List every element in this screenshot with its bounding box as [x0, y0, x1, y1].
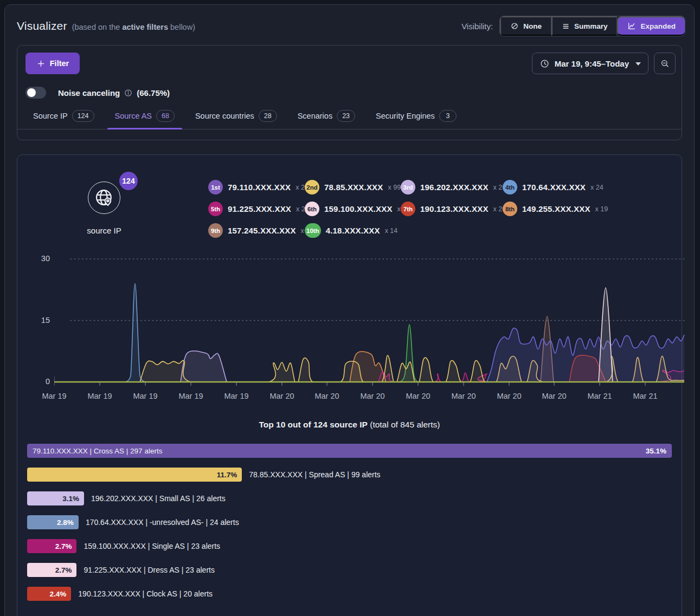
globe-pin-icon	[88, 181, 120, 214]
legend-item-149-255-xxx-xxx[interactable]: 8th149.255.XXX.XXXx 19	[503, 202, 608, 216]
filter-panel: Filter Mar 19, 9:45–Today Noise cancelin…	[17, 45, 682, 140]
visibility-summary-button[interactable]: Summary	[551, 16, 618, 36]
legend-ip: 79.110.XXX.XXX	[228, 183, 291, 192]
legend-times: x 99	[388, 184, 401, 191]
bar-percentage: 11.7%	[217, 471, 237, 479]
x-axis-label: Mar 20	[308, 392, 346, 400]
rank-badge: 6th	[305, 202, 319, 216]
tab-scenarios[interactable]: Scenarios23	[298, 110, 355, 129]
tab-count-badge: 28	[259, 110, 277, 122]
line-chart-svg	[54, 254, 685, 390]
tab-count-badge: 3	[439, 110, 457, 122]
percentage-bar: 11.7%	[27, 468, 242, 482]
legend-item-157-245-xxx-xxx[interactable]: 9th157.245.XXX.XXXx 16	[208, 223, 305, 238]
top10-section: Top 10 out of 124 source IP (total of 84…	[34, 420, 665, 601]
page-subtitle: (based on the active filters bellow)	[72, 23, 195, 31]
noise-canceling-toggle[interactable]	[25, 87, 46, 99]
noise-canceling-value: (66.75%)	[137, 88, 170, 98]
x-axis-label: Mar 21	[626, 392, 664, 400]
x-axis-label: Mar 20	[263, 392, 301, 400]
legend-times: x 24	[590, 184, 603, 191]
y-axis-label: 30	[34, 254, 50, 263]
plus-icon	[36, 59, 46, 68]
legend-times: x 14	[385, 227, 398, 235]
bar-label: 79.110.XXX.XXX | Cross AS | 297 alerts	[33, 447, 162, 455]
top-ip-legend: 1st79.110.XXX.XXXx 2972nd78.85.XXX.XXXx …	[208, 180, 608, 238]
filter-tabs: Source IP124Source AS68Source countries2…	[17, 110, 682, 129]
bar-label: 159.100.XXX.XXX | Single AS | 23 alerts	[84, 542, 220, 550]
rank-badge: 10th	[305, 223, 321, 238]
top10-row-190-123-xxx-xxx: 2.4%190.123.XXX.XXX | Clock AS | 20 aler…	[27, 587, 672, 601]
rank-badge: 9th	[208, 223, 223, 238]
legend-item-4-18-xxx-xxx[interactable]: 10th4.18.XXX.XXXx 14	[305, 223, 401, 238]
visibility-label: Visibility:	[461, 22, 493, 31]
add-filter-button[interactable]: Filter	[25, 53, 80, 74]
x-axis-label: Mar 19	[172, 392, 210, 400]
visualizer-panel: Visualizer (based on the active filters …	[4, 4, 695, 616]
top10-row-159-100-xxx-xxx: 2.7%159.100.XXX.XXX | Single AS | 23 ale…	[27, 539, 672, 553]
legend-ip: 78.85.XXX.XXX	[324, 183, 383, 192]
magnifier-minus-icon	[660, 59, 670, 69]
bar-label: 170.64.XXX.XXX | -unresolved AS- | 24 al…	[86, 518, 239, 527]
bar-percentage: 2.4%	[50, 590, 67, 598]
tab-source-countries[interactable]: Source countries28	[195, 110, 277, 129]
top10-row-79-110-xxx-xxx: 79.110.XXX.XXX | Cross AS | 297 alerts35…	[27, 444, 672, 458]
legend-item-196-202-xxx-xxx[interactable]: 3rd196.202.XXX.XXXx 26	[401, 180, 503, 194]
x-axis-label: Mar 19	[35, 392, 73, 400]
legend-ip: 159.100.XXX.XXX	[324, 204, 393, 213]
legend-ip: 91.225.XXX.XXX	[228, 204, 291, 213]
page-title: Visualizer	[17, 20, 67, 33]
rank-badge: 8th	[503, 202, 517, 216]
rank-badge: 7th	[401, 202, 415, 216]
tab-count-badge: 23	[337, 110, 355, 122]
legend-item-79-110-xxx-xxx[interactable]: 1st79.110.XXX.XXXx 297	[208, 180, 305, 194]
top10-row-78-85-xxx-xxx: 11.7%78.85.XXX.XXX | Spread AS | 99 aler…	[27, 468, 672, 482]
info-icon[interactable]	[124, 88, 133, 98]
date-range-picker[interactable]: Mar 19, 9:45–Today	[532, 53, 648, 74]
legend-item-159-100-xxx-xxx[interactable]: 6th159.100.XXX.XXXx 23	[305, 202, 401, 216]
bar-label: 91.225.XXX.XXX | Dress AS | 23 alerts	[84, 566, 215, 574]
tab-label: Scenarios	[298, 112, 332, 120]
bar-percentage: 35.1%	[646, 447, 666, 455]
tab-security-engines[interactable]: Security Engines3	[376, 110, 457, 129]
legend-item-91-225-xxx-xxx[interactable]: 5th91.225.XXX.XXXx 23	[208, 202, 305, 216]
legend-ip: 196.202.XXX.XXX	[420, 183, 489, 192]
tab-source-ip[interactable]: Source IP124	[33, 110, 94, 129]
visibility-none-button[interactable]: None	[500, 16, 551, 36]
x-axis-label: Mar 20	[535, 392, 573, 400]
tab-label: Source AS	[115, 112, 152, 120]
legend-item-170-64-xxx-xxx[interactable]: 4th170.64.XXX.XXXx 24	[503, 180, 608, 194]
visibility-expanded-button[interactable]: Expanded	[617, 16, 685, 36]
tab-label: Security Engines	[376, 112, 435, 120]
legend-area: 124 source IP 1st79.110.XXX.XXXx 2972nd7…	[34, 169, 665, 238]
rank-badge: 3rd	[401, 180, 415, 194]
legend-ip: 157.245.XXX.XXX	[228, 226, 296, 235]
tab-count-badge: 68	[156, 110, 175, 122]
x-axis-label: Mar 20	[445, 392, 483, 400]
top10-row-91-225-xxx-xxx: 2.7%91.225.XXX.XXX | Dress AS | 23 alert…	[27, 563, 672, 577]
rank-badge: 1st	[208, 180, 223, 194]
x-axis-label: Mar 20	[354, 392, 391, 400]
rank-badge: 5th	[208, 202, 223, 216]
x-axis-label: Mar 21	[581, 392, 619, 400]
visibility-segmented-control: NoneSummaryExpanded	[499, 16, 685, 36]
percentage-bar: 3.1%	[27, 491, 84, 505]
x-axis-label: Mar 19	[217, 392, 255, 400]
legend-item-78-85-xxx-xxx[interactable]: 2nd78.85.XXX.XXXx 99	[305, 180, 401, 194]
y-axis-label: 15	[34, 316, 50, 325]
summary-list-icon	[562, 22, 570, 30]
expanded-chart-icon	[627, 22, 636, 30]
entity-count-badge: 124	[119, 172, 138, 190]
legend-ip: 190.123.XXX.XXX	[420, 204, 489, 213]
rank-badge: 2nd	[305, 180, 319, 194]
entity-label: source IP	[66, 226, 142, 235]
rank-badge: 4th	[503, 180, 517, 194]
tab-source-as[interactable]: Source AS68	[115, 110, 175, 129]
tab-count-badge: 124	[72, 110, 94, 122]
legend-ip: 170.64.XXX.XXX	[522, 183, 586, 192]
x-axis-label: Mar 20	[399, 392, 437, 400]
legend-item-190-123-xxx-xxx[interactable]: 7th190.123.XXX.XXXx 20	[401, 202, 503, 216]
zoom-out-button[interactable]	[654, 53, 676, 74]
chart-panel: 124 source IP 1st79.110.XXX.XXXx 2972nd7…	[17, 154, 682, 616]
top10-row-170-64-xxx-xxx: 2.8%170.64.XXX.XXX | -unresolved AS- | 2…	[27, 515, 672, 529]
